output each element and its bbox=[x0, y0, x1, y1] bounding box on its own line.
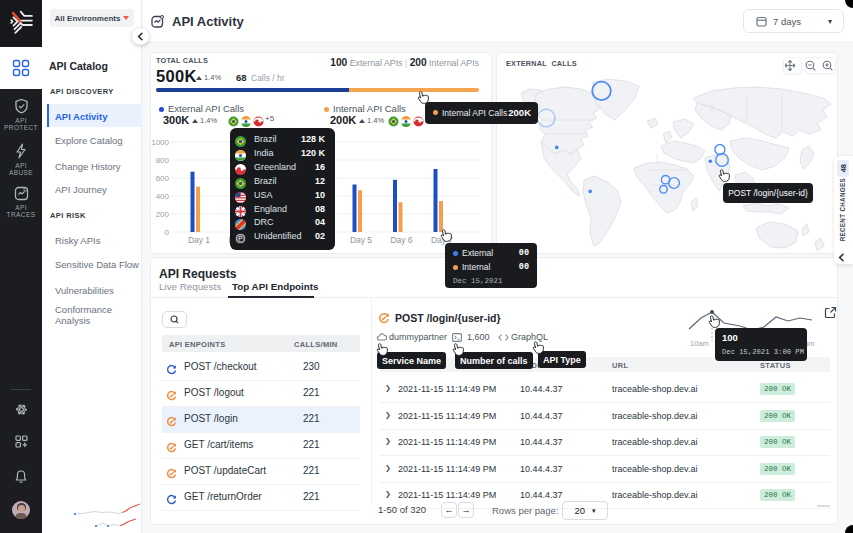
svg-text:0: 0 bbox=[165, 228, 170, 237]
svg-text:1000: 1000 bbox=[151, 138, 169, 147]
svg-text:800: 800 bbox=[156, 156, 170, 165]
svg-text:Day 5: Day 5 bbox=[350, 235, 372, 245]
svg-text:600: 600 bbox=[156, 174, 170, 183]
svg-text:200: 200 bbox=[156, 210, 170, 219]
svg-text:Day 6: Day 6 bbox=[390, 235, 412, 245]
svg-text:Day 1: Day 1 bbox=[188, 235, 210, 245]
svg-text:400: 400 bbox=[156, 192, 170, 201]
svg-text:P: P bbox=[238, 235, 242, 242]
